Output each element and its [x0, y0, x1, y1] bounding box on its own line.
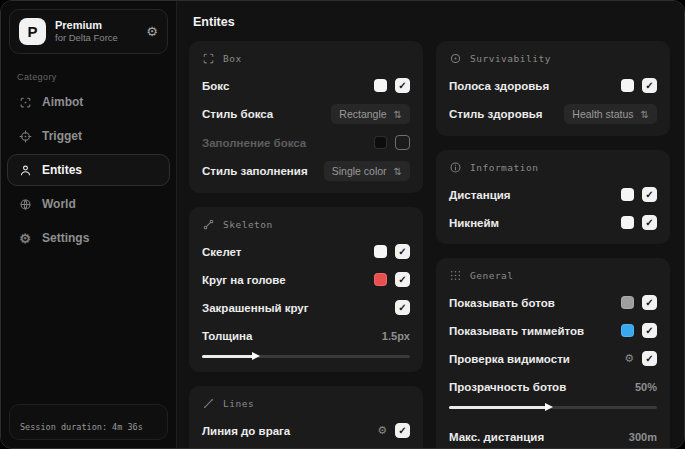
general-row-3: Прозрачность ботов50% — [449, 377, 657, 411]
color-swatch[interactable] — [621, 216, 634, 229]
setting-label: Заполнение бокса — [202, 137, 306, 149]
slider-value: 50% — [635, 381, 657, 393]
slider-label-row: Прозрачность ботов50% — [449, 377, 657, 396]
panel-skeleton: SkeletonСкелет✓Круг на голове✓Закрашенны… — [189, 207, 423, 372]
panel-header: Information — [449, 161, 657, 174]
gear-icon: ⚙ — [18, 232, 32, 245]
checkbox[interactable]: ✓ — [642, 351, 657, 366]
setting-label: Скелет — [202, 246, 242, 258]
dropdown-box-1[interactable]: Rectangle⇅ — [331, 104, 410, 124]
panel-general: GeneralПоказывать ботов✓Показывать тимме… — [436, 258, 670, 449]
setting-label: Дистанция — [449, 189, 510, 201]
sidebar-item-trigget[interactable]: Trigget — [7, 120, 170, 152]
color-swatch[interactable] — [374, 79, 387, 92]
slider-value: 300m — [629, 431, 657, 443]
setting-label: Никнейм — [449, 217, 499, 229]
session-duration: Session duration: 4m 36s — [9, 404, 168, 440]
slider-general-3[interactable] — [449, 403, 657, 411]
person-icon — [18, 164, 32, 177]
panel-box: BoxБокс✓Стиль боксаRectangle⇅Заполнение … — [189, 41, 423, 193]
setting-label: Стиль здоровья — [449, 108, 543, 120]
chevrons-up-down-icon: ⇅ — [394, 109, 402, 120]
sidebar: P Premium for Delta Force ⚙ Category Aim… — [1, 1, 177, 448]
panel-header: General — [449, 269, 657, 282]
checkbox[interactable] — [395, 135, 410, 150]
slider-fill — [202, 355, 254, 358]
panel-survivability: SurvivabilityПолоса здоровья✓Стиль здоро… — [436, 41, 670, 136]
color-swatch[interactable] — [621, 79, 634, 92]
panel-header: Skeleton — [202, 218, 410, 231]
skeleton-row-3: Толщина1.5px — [202, 326, 410, 360]
panel-lines: LinesЛиния до врага⚙✓Линия взгляда⚙✓ — [189, 386, 423, 449]
brand-subtitle: for Delta Force — [55, 32, 137, 44]
setting-label: Полоса здоровья — [449, 80, 549, 92]
dropdown-survivability-1[interactable]: Health status⇅ — [564, 104, 657, 124]
chevrons-up-down-icon: ⇅ — [641, 109, 649, 120]
slider-thumb[interactable] — [545, 403, 553, 411]
sidebar-item-settings[interactable]: ⚙Settings — [7, 222, 170, 254]
row-controls: ✓ — [374, 244, 410, 259]
skeleton-row-1: Круг на голове✓ — [202, 270, 410, 289]
checkbox[interactable]: ✓ — [642, 323, 657, 338]
checkbox[interactable]: ✓ — [395, 423, 410, 438]
row-controls: ⚙✓ — [377, 423, 410, 438]
sidebar-item-label: Settings — [42, 231, 89, 245]
color-swatch[interactable] — [374, 273, 387, 286]
sidebar-item-entites[interactable]: Entites — [7, 154, 170, 186]
diagonal-line-icon — [202, 397, 215, 410]
check-icon: ✓ — [398, 81, 406, 91]
sidebar-item-label: World — [42, 197, 76, 211]
slider-label-row: Толщина1.5px — [202, 326, 410, 345]
check-icon: ✓ — [398, 303, 406, 313]
info-icon — [449, 161, 462, 174]
checkbox[interactable]: ✓ — [642, 78, 657, 93]
setting-label: Показывать тиммейтов — [449, 325, 584, 337]
brand-card: P Premium for Delta Force ⚙ — [9, 9, 168, 54]
information-row-0: Дистанция✓ — [449, 185, 657, 204]
circle-dot-icon — [449, 52, 462, 65]
row-controls: ✓ — [621, 295, 657, 310]
crosshair-scan-icon — [18, 96, 32, 109]
gear-icon[interactable]: ⚙ — [624, 353, 634, 364]
setting-label: Стиль бокса — [202, 108, 273, 120]
checkbox[interactable]: ✓ — [395, 300, 410, 315]
checkbox[interactable]: ✓ — [642, 215, 657, 230]
color-swatch[interactable] — [621, 296, 634, 309]
checkbox[interactable]: ✓ — [642, 187, 657, 202]
color-swatch[interactable] — [374, 245, 387, 258]
dropdown-value: Single color — [332, 165, 387, 177]
color-swatch[interactable] — [374, 136, 387, 149]
setting-label: Закрашенный круг — [202, 302, 309, 314]
row-controls: ✓ — [621, 323, 657, 338]
brand-logo: P — [19, 18, 46, 45]
color-swatch[interactable] — [621, 188, 634, 201]
row-controls: ✓ — [621, 78, 657, 93]
dropdown-box-3[interactable]: Single color⇅ — [324, 161, 410, 181]
sidebar-item-world[interactable]: World — [7, 188, 170, 220]
skeleton-row-0: Скелет✓ — [202, 242, 410, 261]
row-controls: ✓ — [395, 300, 410, 315]
sidebar-item-aimbot[interactable]: Aimbot — [7, 86, 170, 118]
checkbox[interactable]: ✓ — [642, 295, 657, 310]
brand-title: Premium — [55, 19, 137, 33]
main-content: Entites BoxБокс✓Стиль боксаRectangle⇅Зап… — [177, 1, 684, 448]
check-icon: ✓ — [645, 81, 653, 91]
checkbox[interactable]: ✓ — [395, 78, 410, 93]
globe-icon — [18, 198, 32, 211]
setting-label: Показывать ботов — [449, 297, 555, 309]
panel-header: Lines — [202, 397, 410, 410]
dropdown-value: Health status — [572, 108, 633, 120]
slider-thumb[interactable] — [252, 352, 260, 360]
page-title: Entites — [193, 15, 670, 29]
gear-icon[interactable]: ⚙ — [146, 24, 158, 39]
gear-icon[interactable]: ⚙ — [377, 425, 387, 436]
check-icon: ✓ — [645, 298, 653, 308]
slider-fill — [449, 406, 547, 409]
brand-text: Premium for Delta Force — [55, 19, 137, 45]
checkbox[interactable]: ✓ — [395, 272, 410, 287]
color-swatch[interactable] — [621, 324, 634, 337]
checkbox[interactable]: ✓ — [395, 244, 410, 259]
check-icon: ✓ — [398, 426, 406, 436]
slider-skeleton-3[interactable] — [202, 352, 410, 360]
row-controls: ⚙✓ — [624, 351, 657, 366]
